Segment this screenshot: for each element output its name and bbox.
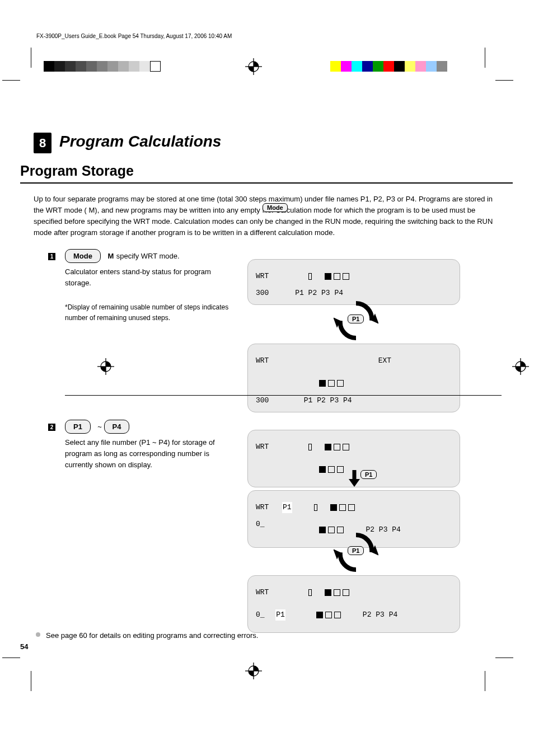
display-box-1b: WRT EXT 300 P1 P2 P3 P4 bbox=[247, 344, 460, 412]
p4-key: P4 bbox=[104, 420, 130, 434]
display-box-1a: WRT 300 P1 P2 P3 P4 bbox=[247, 259, 460, 305]
chapter-number-badge: 8 bbox=[34, 133, 51, 153]
footer-bullet-icon bbox=[36, 632, 40, 637]
step1-key-suffix: M bbox=[107, 252, 114, 260]
mode-key: Mode bbox=[65, 249, 101, 263]
cycle-key-p1: P1 bbox=[348, 314, 364, 323]
timestamp: FX-3900P_Users Guide_E.book Page 54 Thur… bbox=[36, 33, 232, 39]
step2-tilde: ~ bbox=[97, 422, 104, 431]
intro-paragraph: Up to four separate programs may be stor… bbox=[34, 194, 504, 239]
step1-line2: Calculator enters stand-by status for pr… bbox=[65, 266, 238, 289]
step2-badge: 2 bbox=[48, 424, 55, 431]
cycle-key-p1-b: P1 bbox=[348, 546, 364, 555]
p1-key: P1 bbox=[65, 420, 91, 434]
mode-key: Mode bbox=[263, 203, 288, 212]
display-box-2c: WRT 300 P1 P2 P3 P4 0_ P1 P2 P3 P4 bbox=[247, 575, 460, 633]
registration-mark-icon bbox=[245, 58, 262, 75]
down-arrow-2: P1 bbox=[334, 470, 378, 489]
registration-mark-icon bbox=[97, 358, 114, 375]
svg-marker-15 bbox=[349, 479, 360, 487]
page-number: 54 bbox=[20, 642, 28, 651]
chapter-title: Program Calculations bbox=[59, 133, 221, 151]
registration-mark-icon bbox=[512, 358, 529, 375]
step1-note: *Display of remaining usable number of s… bbox=[65, 302, 238, 323]
page-title: Program Storage bbox=[20, 163, 134, 179]
step1-line1: Mode M specify WRT mode. bbox=[65, 249, 238, 263]
step2-text: Select any file number (P1 ~ P4) for sto… bbox=[65, 437, 238, 471]
arrow-key-p1: P1 bbox=[360, 470, 377, 479]
color-swatches bbox=[330, 61, 447, 72]
footer-note: See page 60 for details on editing progr… bbox=[46, 630, 337, 641]
step1-tail: specify WRT mode. bbox=[116, 252, 180, 260]
cycle-arrow-2: P1 bbox=[334, 533, 378, 574]
step2-line1: P1 ~ P4 bbox=[65, 420, 238, 434]
grayscale-swatches bbox=[44, 61, 161, 72]
cycle-arrow-1: P1 bbox=[334, 301, 378, 342]
registration-mark-icon bbox=[245, 663, 262, 679]
step1-badge: 1 bbox=[48, 253, 55, 260]
